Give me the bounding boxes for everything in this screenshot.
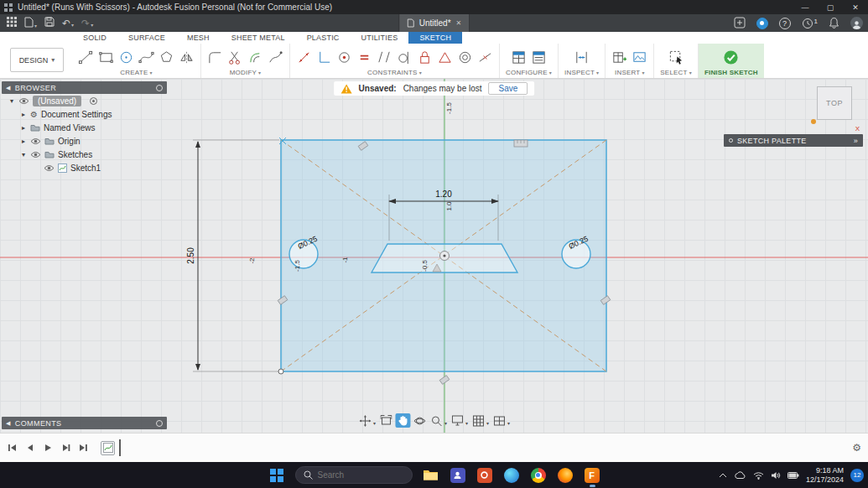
pan-hand-icon[interactable]	[395, 413, 410, 428]
chevron-down-icon[interactable]: ▾	[486, 420, 489, 426]
browser-item-label[interactable]: (Unsaved)	[33, 96, 81, 106]
tab-sketch[interactable]: SKETCH	[408, 32, 462, 44]
timeline-settings-gear-icon[interactable]: ⚙	[852, 442, 861, 454]
timeline-sketch-feature[interactable]	[101, 441, 115, 455]
collapse-icon[interactable]: ◀	[6, 420, 11, 427]
browser-item-origin[interactable]: ▸ Origin	[2, 134, 167, 148]
document-tab[interactable]: Untitled* ✕	[398, 14, 470, 32]
activate-radio-icon[interactable]	[90, 97, 97, 105]
scale-tool-icon[interactable]	[268, 49, 283, 65]
tangent-constraint-icon[interactable]	[397, 49, 413, 65]
viewcube-top-face[interactable]: TOP	[817, 86, 852, 120]
browser-item-root[interactable]: ▾ (Unsaved)	[2, 94, 167, 107]
visibility-eye-icon[interactable]	[18, 97, 29, 105]
chevron-down-icon[interactable]: ▾	[444, 420, 447, 426]
browser-item-label[interactable]: Sketches	[58, 150, 92, 159]
step-forward-icon[interactable]	[60, 442, 71, 454]
dim-text-height[interactable]: 2.50	[186, 247, 195, 264]
taskbar-search[interactable]	[295, 466, 413, 484]
expand-caret-icon[interactable]: ▸	[20, 138, 27, 145]
expand-caret-icon[interactable]: ▾	[20, 151, 27, 158]
aux-dim-label[interactable]: -2	[248, 257, 256, 264]
tab-utilities[interactable]: UTILITIES	[351, 32, 409, 44]
aux-dim-label[interactable]: -0.5	[421, 260, 429, 272]
finish-sketch-check-icon[interactable]	[723, 49, 739, 65]
skip-to-end-icon[interactable]	[77, 442, 89, 454]
tray-clock[interactable]: 9:18 AM 12/17/2024	[806, 466, 844, 485]
chrome-icon[interactable]	[530, 467, 547, 484]
insert-group-label[interactable]: INSERT▾	[615, 69, 645, 76]
offset-tool-icon[interactable]	[247, 49, 263, 65]
redo-icon[interactable]: ↷▾	[81, 18, 93, 29]
firefox-icon[interactable]	[557, 467, 574, 484]
search-input[interactable]	[318, 470, 402, 480]
viewports-icon[interactable]	[491, 413, 507, 428]
viewcube[interactable]: TOP X	[811, 84, 858, 127]
browser-item-label[interactable]: Origin	[58, 137, 81, 146]
configure-group-label[interactable]: CONFIGURE▾	[506, 69, 552, 76]
browser-item-label[interactable]: Sketch1	[70, 164, 101, 173]
tray-chevron-up-icon[interactable]	[719, 473, 727, 478]
chevron-down-icon[interactable]: ▾	[373, 420, 376, 426]
save-icon[interactable]	[44, 17, 55, 29]
visibility-eye-icon[interactable]	[44, 164, 55, 172]
browser-options-icon[interactable]	[156, 85, 163, 91]
tab-solid[interactable]: SOLID	[72, 32, 117, 44]
polygon-tool-icon[interactable]	[159, 49, 174, 65]
skip-to-start-icon[interactable]	[7, 442, 18, 454]
concentric-constraint-icon[interactable]	[457, 49, 473, 65]
pan-tool-icon[interactable]	[357, 413, 372, 428]
sketch-palette-bar[interactable]: SKETCH PALETTE »	[724, 134, 863, 147]
edge-icon[interactable]	[503, 467, 520, 484]
tab-mesh[interactable]: MESH	[176, 32, 221, 44]
app-grid-icon[interactable]	[7, 17, 17, 29]
extensions-icon[interactable]	[756, 18, 768, 29]
file-menu-icon[interactable]: ▾	[24, 17, 37, 30]
browser-item-label[interactable]: Document Settings	[41, 110, 112, 119]
browser-item-named-views[interactable]: ▸ Named Views	[2, 121, 167, 134]
finish-sketch-button[interactable]: FINISH SKETCH	[704, 69, 758, 76]
rectangle-tool-icon[interactable]	[98, 49, 114, 65]
minimize-button[interactable]: —	[793, 0, 818, 14]
expand-caret-icon[interactable]: ▾	[8, 97, 15, 105]
aux-dim-label[interactable]: -1	[341, 257, 349, 263]
maximize-button[interactable]: ▢	[818, 0, 843, 14]
onedrive-cloud-icon[interactable]	[734, 471, 746, 480]
expand-caret-icon[interactable]: ▸	[20, 111, 27, 118]
insert-table-icon[interactable]	[611, 49, 627, 65]
volume-icon[interactable]	[771, 471, 781, 480]
comments-header[interactable]: ◀ COMMENTS	[2, 417, 167, 429]
notifications-bell-icon[interactable]	[829, 17, 839, 30]
create-group-label[interactable]: CREATE▾	[120, 69, 152, 76]
zoom-tool-icon[interactable]	[429, 413, 444, 428]
tab-surface[interactable]: SURFACE	[117, 32, 176, 44]
workspace-selector[interactable]: DESIGN▾	[10, 48, 64, 72]
play-icon[interactable]	[42, 442, 54, 454]
start-button[interactable]	[268, 467, 285, 484]
comments-options-icon[interactable]	[156, 420, 163, 427]
help-icon[interactable]: ?	[779, 18, 791, 29]
undo-icon[interactable]: ↶▾	[62, 18, 74, 29]
midpoint-constraint-icon[interactable]	[477, 49, 493, 65]
teams-icon[interactable]	[450, 467, 466, 484]
chevron-down-icon[interactable]: ▾	[465, 420, 468, 426]
expand-right-icon[interactable]: »	[854, 137, 858, 145]
canvas-image-icon[interactable]	[632, 49, 647, 65]
fit-view-icon[interactable]	[378, 413, 393, 428]
visibility-eye-icon[interactable]	[30, 151, 41, 158]
browser-item-document-settings[interactable]: ▸ ⚙ Document Settings	[2, 107, 167, 121]
fix-constraint-icon[interactable]	[437, 49, 453, 65]
battery-icon[interactable]	[787, 472, 799, 479]
display-settings-icon[interactable]	[450, 413, 465, 428]
sketch-dimension-icon[interactable]	[296, 49, 312, 65]
orbit-tool-icon[interactable]	[412, 413, 427, 428]
lock-constraint-icon[interactable]	[417, 49, 433, 65]
modeling-canvas[interactable]: 2.50 1.20 Ø0.25 Ø0.25 -2 -1 -1.5 -0.5 -1…	[0, 79, 868, 433]
fusion-app-icon[interactable]: F	[584, 467, 600, 484]
aux-dim-label[interactable]: -1.5	[294, 260, 301, 272]
horizontal-vertical-constraint-icon[interactable]	[316, 49, 332, 65]
line-tool-icon[interactable]	[78, 49, 94, 65]
visibility-eye-icon[interactable]	[30, 138, 41, 145]
spline-tool-icon[interactable]	[138, 49, 154, 65]
tab-plastic[interactable]: PLASTIC	[296, 32, 351, 44]
